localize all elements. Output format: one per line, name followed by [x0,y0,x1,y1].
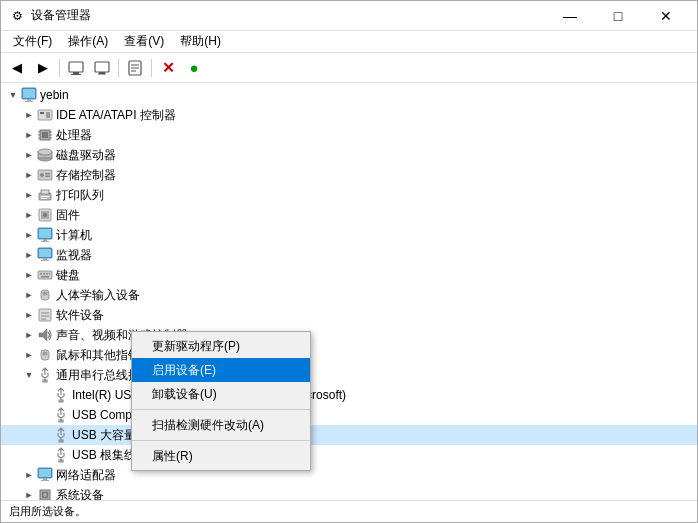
print-label: 打印队列 [56,187,104,204]
toolbar-remove[interactable]: ✕ [156,56,180,80]
tree-usb-hub[interactable]: USB 根集线器 [1,445,697,465]
menu-help[interactable]: 帮助(H) [172,31,229,52]
tree-root[interactable]: ▼ yebin [1,85,697,105]
svg-marker-61 [39,329,47,341]
snd-icon [37,327,53,343]
title-bar: ⚙ 设备管理器 — □ ✕ [1,1,697,31]
window-title: 设备管理器 [31,7,91,24]
tree-view[interactable]: ▼ yebin ► IDE ATA/ATAPI 控制器 ► [1,83,697,500]
svg-rect-1 [73,72,79,74]
tree-system[interactable]: ► 系统设备 [1,485,697,500]
svg-rect-18 [42,132,48,138]
tree-network[interactable]: ► 网络适配器 [1,465,697,485]
toolbar-sep3 [151,59,152,77]
ctx-uninstall-device[interactable]: 卸载设备(U) [132,382,310,406]
ide-icon [37,107,53,123]
disk-expand: ► [21,147,37,163]
toolbar-back[interactable]: ◀ [5,56,29,80]
sys-expand: ► [21,487,37,500]
svg-rect-52 [41,276,49,278]
window-icon: ⚙ [9,8,25,24]
usb-comp-icon [53,407,69,423]
soft-expand: ► [21,307,37,323]
tree-monitor[interactable]: ► 监视器 [1,245,697,265]
soft-icon [37,307,53,323]
tree-hid[interactable]: ► 人体学输入设备 [1,285,697,305]
toolbar-monitor[interactable] [90,56,114,80]
proc-expand: ► [21,127,37,143]
menu-bar: 文件(F) 操作(A) 查看(V) 帮助(H) [1,31,697,53]
svg-point-72 [43,493,47,497]
ctx-properties[interactable]: 属性(R) [132,444,310,468]
tree-processor[interactable]: ► 处理器 [1,125,697,145]
ide-label: IDE ATA/ATAPI 控制器 [56,107,176,124]
root-expand: ▼ [5,87,21,103]
tree-disk[interactable]: ► 磁盘驱动器 [1,145,697,165]
status-text: 启用所选设备。 [9,504,86,519]
sys-icon [37,487,53,500]
minimize-button[interactable]: — [547,4,593,28]
hid-icon [37,287,53,303]
toolbar-add[interactable]: ● [182,56,206,80]
close-button[interactable]: ✕ [643,4,689,28]
menu-file[interactable]: 文件(F) [5,31,60,52]
tree-firm[interactable]: ► 固件 [1,205,697,225]
print-icon [37,187,53,203]
svg-rect-50 [46,273,48,275]
tree-intel-usb[interactable]: Intel(R) USB 3.0 可扩展主机控制器 - 1.0 (Microso… [1,385,697,405]
soft-label: 软件设备 [56,307,104,324]
usb-hub-expand [37,447,53,463]
svg-rect-0 [69,62,83,72]
toolbar-computer[interactable] [64,56,88,80]
svg-rect-64 [46,352,47,355]
svg-rect-67 [43,478,47,480]
ctx-enable-device[interactable]: 启用设备(E) [132,358,310,382]
disk-label: 磁盘驱动器 [56,147,116,164]
title-bar-controls: — □ ✕ [547,4,689,28]
tree-mouse[interactable]: ► 鼠标和其他指针设备 [1,345,697,365]
ctx-update-driver[interactable]: 更新驱动程序(P) [132,334,310,358]
tree-ide[interactable]: ► IDE ATA/ATAPI 控制器 [1,105,697,125]
tree-sound[interactable]: ► 声音、视频和游戏控制器 [1,325,697,345]
svg-point-29 [40,173,44,177]
svg-rect-68 [41,480,49,481]
tree-usb-mass[interactable]: USB 大容量存储设备 [1,425,697,445]
firm-icon [37,207,53,223]
svg-rect-15 [40,112,44,114]
svg-point-38 [43,213,47,217]
main-content: ▼ yebin ► IDE ATA/ATAPI 控制器 ► [1,83,697,500]
svg-rect-55 [46,292,47,295]
hid-label: 人体学输入设备 [56,287,140,304]
svg-rect-30 [45,173,50,175]
tree-usb-composite[interactable]: USB Composite Device [1,405,697,425]
menu-action[interactable]: 操作(A) [60,31,116,52]
svg-rect-54 [43,292,45,295]
stor-label: 存储控制器 [56,167,116,184]
ctx-sep2 [132,440,310,441]
ctx-sep1 [132,409,310,410]
net-icon [37,467,53,483]
sys-label: 系统设备 [56,487,104,501]
proc-icon [37,127,53,143]
svg-rect-13 [23,89,35,98]
svg-rect-48 [40,273,42,275]
ctx-scan-hardware[interactable]: 扫描检测硬件改动(A) [132,413,310,437]
status-bar: 启用所选设备。 [1,500,697,522]
svg-rect-31 [45,176,50,178]
svg-rect-63 [43,352,45,355]
toolbar-properties[interactable] [123,56,147,80]
svg-rect-49 [43,273,45,275]
svg-rect-16 [46,112,50,118]
maximize-button[interactable]: □ [595,4,641,28]
tree-usb-ctrl[interactable]: ▼ 通用串行总线控制器 [1,365,697,385]
svg-rect-69 [39,469,51,477]
tree-computer[interactable]: ► 计算机 [1,225,697,245]
svg-point-27 [38,149,52,155]
stor-expand: ► [21,167,37,183]
tree-soft[interactable]: ► 软件设备 [1,305,697,325]
menu-view[interactable]: 查看(V) [116,31,172,52]
toolbar-forward[interactable]: ▶ [31,56,55,80]
tree-print[interactable]: ► 打印队列 [1,185,697,205]
tree-storage[interactable]: ► 存储控制器 [1,165,697,185]
tree-keyboard[interactable]: ► 键盘 [1,265,697,285]
